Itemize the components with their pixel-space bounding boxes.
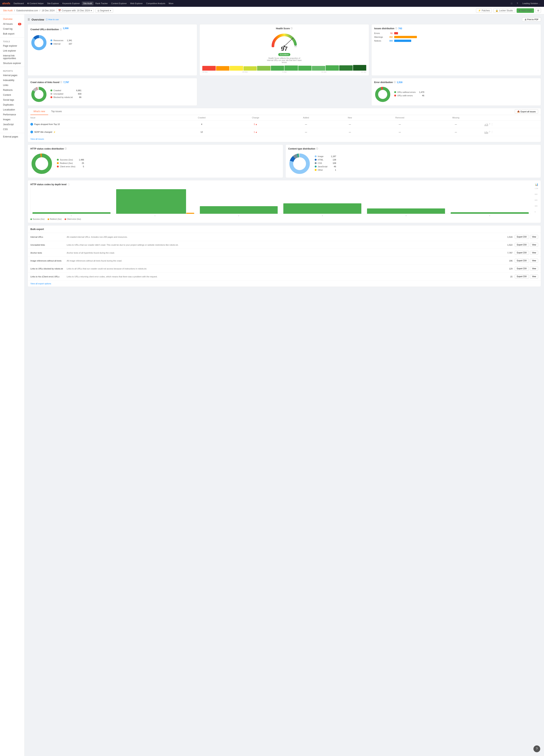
crawled-urls-info-icon[interactable]: ⓘ [60, 28, 62, 31]
nav-competitive-analysis[interactable]: Competitive Analysis [145, 2, 167, 5]
nav-rank-tracker[interactable]: Rank Tracker [94, 2, 109, 5]
sidebar-item-redirects[interactable]: Redirects [0, 88, 24, 93]
monitor-icon[interactable]: □ [509, 2, 514, 5]
mini-chart-1 [485, 122, 488, 126]
print-to-pdf-button[interactable]: 🖨 Print to PDF [522, 17, 541, 22]
help-icon-1[interactable]: ? [489, 123, 490, 126]
nav-ai-content[interactable]: AI Content Helper [26, 2, 45, 5]
view-image-refs[interactable]: View [530, 259, 538, 263]
crawl-status-info-icon[interactable]: ⓘ [60, 81, 62, 84]
new-crawl-button[interactable]: ▶ New crawl [517, 8, 534, 13]
view-anchor-texts[interactable]: View [530, 251, 538, 255]
sidebar-item-social-tags[interactable]: Social tags [0, 97, 24, 102]
uncrawled-dot [50, 93, 52, 95]
sidebar-item-performance[interactable]: Performance [0, 112, 24, 117]
segment-button[interactable]: ◎ Segment ▾ [95, 8, 113, 13]
export-csv-robots-links[interactable]: Export CSV [515, 267, 529, 271]
sidebar-item-indexability[interactable]: Indexability [0, 78, 24, 83]
http-depth-info-icon[interactable]: ⓘ [68, 183, 70, 186]
issue-added-2: — [282, 128, 330, 136]
depth-success-dot [30, 218, 32, 220]
question-icon[interactable]: ? [515, 2, 519, 5]
sidebar-item-internal-pages[interactable]: Internal pages [0, 73, 24, 78]
error-dist-info-icon[interactable]: ⓘ [394, 81, 396, 84]
more-icon-1[interactable]: ⋮ [491, 123, 493, 126]
nav-keywords-explorer[interactable]: Keywords Explorer [61, 2, 81, 5]
view-internal-urls[interactable]: View [530, 235, 538, 239]
sidebar-item-all-issues[interactable]: All Issues 5 [0, 22, 24, 26]
sidebar-item-link-explorer[interactable]: Link explorer [0, 48, 24, 53]
main-layout: Overview All Issues 5 Crawl log Bulk exp… [0, 14, 544, 756]
export-csv-uncrawled[interactable]: Export CSV [515, 243, 529, 247]
view-4xx-links[interactable]: View [530, 275, 538, 278]
tab-top-issues[interactable]: Top issues [48, 108, 65, 115]
bulk-actions-4xx-links: Export CSV View [515, 275, 538, 278]
help-fab-button[interactable]: ? [533, 745, 540, 752]
error-dist-donut-container: URLs without errors 1,470 URLs with erro… [374, 86, 538, 103]
sidebar-item-links[interactable]: Links [0, 83, 24, 88]
sidebar-item-internal-link-opps[interactable]: Internal link opportunities [0, 53, 24, 61]
sidebar-item-javascript[interactable]: JavaScript [0, 122, 24, 127]
issue-name-1[interactable]: Pages dropped from Top 10 [34, 123, 60, 125]
bar-success-3 [283, 203, 361, 214]
sidebar-item-content[interactable]: Content [0, 93, 24, 97]
view-uncrawled[interactable]: View [530, 243, 538, 247]
bar-success-4 [367, 208, 445, 214]
sidebar-item-external-pages[interactable]: External pages [0, 134, 24, 139]
errors-count: 51 [387, 32, 393, 34]
bulk-desc-internal-urls: All crawled internal URLs. Includes non-… [67, 236, 501, 238]
nav-dashboard[interactable]: Dashboard [12, 2, 25, 5]
tab-whats-new[interactable]: What's new [30, 108, 48, 115]
hamburger-icon[interactable]: ☰ [28, 18, 30, 21]
nav-site-audit[interactable]: Site Audit [82, 2, 93, 5]
sidebar-item-duplicates[interactable]: Duplicates [0, 102, 24, 107]
sidebar-item-images[interactable]: Images [0, 117, 24, 122]
issues-dist-info-icon[interactable]: ⓘ [395, 27, 397, 30]
sidebar-item-css[interactable]: CSS [0, 127, 24, 132]
export-csv-image-refs[interactable]: Export CSV [515, 259, 529, 263]
issue-name-2[interactable]: SERP title changed [34, 131, 52, 133]
image-count: 1,187 [329, 155, 336, 157]
health-score-info-icon[interactable]: ⓘ [291, 27, 293, 30]
patches-button[interactable]: ⚡ Patches [476, 8, 492, 13]
issue-new-2: — [330, 128, 370, 136]
settings-button[interactable]: ⚙ [536, 8, 541, 13]
mini-bar [488, 132, 488, 134]
hist-bar-5 [257, 66, 270, 71]
dropdown-icon: ▾ [91, 9, 92, 12]
bar-chart-icon[interactable]: 📊 [535, 183, 538, 186]
compare-button[interactable]: 📅 Compare with: 16 Dec 2024 ▾ [56, 8, 94, 13]
sidebar-item-localization[interactable]: Localization [0, 107, 24, 112]
hist-bar-4 [243, 66, 257, 71]
sidebar-item-structure-explorer[interactable]: Structure explorer [0, 61, 24, 66]
http-status-title: HTTP status codes distribution ⓘ [30, 147, 280, 150]
bulk-count-4xx-links: 15 [503, 275, 512, 278]
content-type-card: Content type distribution ⓘ [286, 144, 541, 178]
sidebar-item-overview[interactable]: Overview [0, 17, 24, 22]
help-icon-2[interactable]: ? [489, 131, 490, 133]
export-all-issues-button[interactable]: 📥 Export all issues [515, 109, 538, 114]
crawled-urls-card: Crawled URLs distribution ⓘ 1,508 Resour… [28, 24, 197, 76]
nav-web-explorer[interactable]: Web Explorer [129, 2, 144, 5]
leading-solution-button[interactable]: Leading Solution ... [521, 2, 542, 5]
view-robots-links[interactable]: View [530, 267, 538, 271]
view-all-issues-link[interactable]: View all issues [28, 136, 47, 142]
nav-more[interactable]: More [167, 2, 175, 5]
nav-content-explorer[interactable]: Content Explorer [110, 2, 128, 5]
breadcrumb-site-audit[interactable]: Site Audit [3, 9, 13, 12]
mini-bar [485, 132, 485, 134]
http-status-info-icon[interactable]: ⓘ [65, 147, 67, 150]
export-csv-anchor-texts[interactable]: Export CSV [515, 251, 529, 255]
view-all-export-options-link[interactable]: View all export options [28, 281, 54, 287]
sidebar-item-page-explorer[interactable]: Page explorer [0, 43, 24, 48]
content-type-info-icon[interactable]: ⓘ [316, 147, 318, 150]
play-icon: ▶ [519, 9, 521, 12]
sidebar-item-bulk-export[interactable]: Bulk export [0, 31, 24, 36]
locker-studio-button[interactable]: 🔒 Locker Studio [493, 8, 515, 13]
more-icon-2[interactable]: ⋮ [491, 131, 493, 133]
sidebar-item-crawl-log[interactable]: Crawl log [0, 26, 24, 31]
how-to-use-link[interactable]: ⓘ How to use [46, 18, 59, 21]
export-csv-internal-urls[interactable]: Export CSV [515, 235, 529, 239]
export-csv-4xx-links[interactable]: Export CSV [515, 275, 529, 278]
nav-site-explorer[interactable]: Site Explorer [45, 2, 60, 5]
